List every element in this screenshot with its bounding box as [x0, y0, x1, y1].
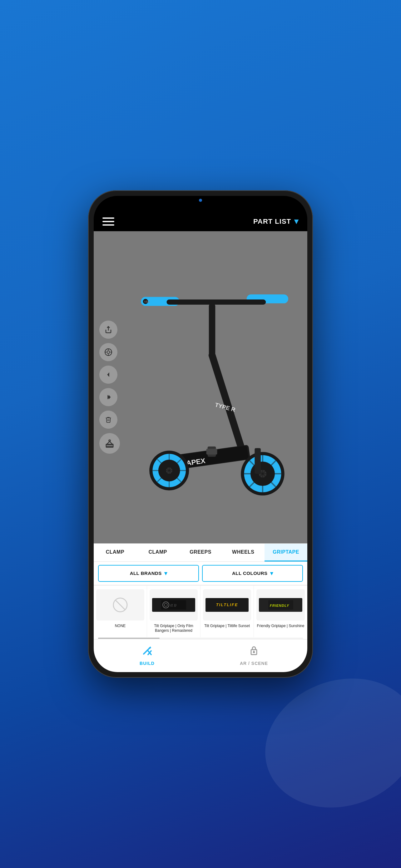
tab-griptape-label: GRIPTAPE	[273, 549, 299, 555]
product-name-tiltlife: Tilt Griptape | Tiltlife Sunset	[204, 624, 250, 629]
share-button[interactable]	[99, 320, 118, 339]
scroll-thumb	[98, 638, 160, 639]
product-img-tiltlife: TILTLIFE	[203, 589, 251, 621]
tab-griptape[interactable]: GRIPTAPE	[265, 544, 307, 561]
parts-tabs: CLAMP CLAMP GREEPS WHEELS GRIPTAPE	[94, 544, 307, 561]
build-label: BUILD	[140, 661, 155, 666]
friendly-image: FRIENDLY	[259, 598, 303, 612]
notch	[182, 196, 219, 205]
product-card-tiltlife[interactable]: TILTLIFE Tilt Griptape | Tiltlife Sunset	[201, 586, 254, 637]
product-img-friendly: FRIENDLY	[257, 589, 305, 621]
scroll-track	[98, 638, 303, 639]
svg-rect-22	[209, 304, 215, 355]
back-button[interactable]	[99, 366, 118, 384]
header: PART LIST ▾	[94, 212, 307, 231]
scale-button[interactable]	[99, 433, 120, 454]
hamburger-line1	[102, 217, 114, 219]
product-card-none[interactable]: NONE	[94, 586, 147, 637]
tab-clamp2-label: CLAMP	[149, 549, 167, 555]
product-card-tilt-film[interactable]: (( )) Tilt Griptape | Only Film Bangers …	[147, 586, 201, 637]
svg-rect-45	[206, 449, 218, 454]
forward-button[interactable]	[99, 388, 118, 406]
svg-rect-21	[167, 300, 266, 305]
hamburger-line2	[102, 221, 114, 222]
camera-dot	[199, 199, 202, 202]
svg-marker-7	[107, 372, 109, 377]
product-name-tilt-film: Tilt Griptape | Only Film Bangers | Rema…	[149, 624, 198, 633]
page-background: PART LIST ▾	[0, 0, 401, 868]
tab-clamp2[interactable]: CLAMP	[136, 544, 179, 561]
svg-point-61	[253, 651, 255, 652]
colours-filter-label: ALL COLOURS	[232, 570, 268, 576]
svg-point-2	[107, 351, 110, 354]
ar-icon	[248, 645, 260, 659]
svg-marker-9	[109, 395, 110, 400]
side-controls	[99, 320, 120, 454]
hamburger-line3	[102, 224, 114, 226]
tab-clamp1-label: CLAMP	[106, 549, 124, 555]
tilt-film-image: (( ))	[152, 598, 196, 612]
scooter-image: TÃG TYPE R	[94, 231, 307, 544]
svg-text:(( )): (( ))	[170, 604, 177, 607]
svg-text:TÃG: TÃG	[144, 300, 149, 303]
tab-wheels-label: WHEELS	[232, 549, 254, 555]
product-card-friendly[interactable]: FRIENDLY Friendly Griptape | Sunshine	[254, 586, 307, 637]
part-list-button[interactable]: PART LIST ▾	[253, 217, 299, 226]
tab-greeps[interactable]: GREEPS	[179, 544, 222, 561]
tiltlife-image: TILTLIFE	[205, 598, 249, 612]
bottom-nav: BUILD AR / SCENE	[94, 639, 307, 672]
brands-filter-button[interactable]: ALL BRANDS ▾	[98, 565, 199, 582]
product-img-tilt-film: (( ))	[149, 589, 198, 621]
tab-clamp1[interactable]: CLAMP	[94, 544, 136, 561]
part-list-chevron: ▾	[294, 217, 299, 226]
phone-inner: PART LIST ▾	[94, 196, 307, 672]
phone-frame: PART LIST ▾	[88, 190, 313, 678]
nav-ar[interactable]: AR / SCENE	[201, 645, 307, 666]
tab-wheels[interactable]: WHEELS	[222, 544, 265, 561]
delete-button[interactable]	[99, 410, 118, 429]
product-grid: NONE (( )) Tilt G	[94, 585, 307, 637]
build-icon	[141, 645, 153, 659]
ar-label: AR / SCENE	[240, 661, 268, 666]
brands-filter-label: ALL BRANDS	[130, 570, 162, 576]
part-list-label: PART LIST	[253, 217, 291, 226]
product-img-none	[96, 589, 144, 621]
colours-filter-button[interactable]: ALL COLOURS ▾	[202, 565, 303, 582]
product-name-friendly: Friendly Griptape | Sunshine	[257, 624, 304, 629]
hamburger-menu[interactable]	[102, 217, 114, 226]
svg-line-49	[115, 600, 125, 610]
tab-greeps-label: GREEPS	[190, 549, 211, 555]
colours-chevron-icon: ▾	[270, 570, 273, 577]
filter-bar: ALL BRANDS ▾ ALL COLOURS ▾	[94, 561, 307, 585]
brands-chevron-icon: ▾	[164, 570, 167, 577]
status-bar	[94, 196, 307, 212]
target-button[interactable]	[99, 343, 118, 361]
product-name-none: NONE	[115, 624, 126, 629]
svg-rect-47	[257, 448, 261, 474]
nav-build[interactable]: BUILD	[94, 645, 201, 666]
scooter-view: TÃG TYPE R	[94, 231, 307, 544]
svg-text:FRIENDLY: FRIENDLY	[270, 604, 290, 608]
